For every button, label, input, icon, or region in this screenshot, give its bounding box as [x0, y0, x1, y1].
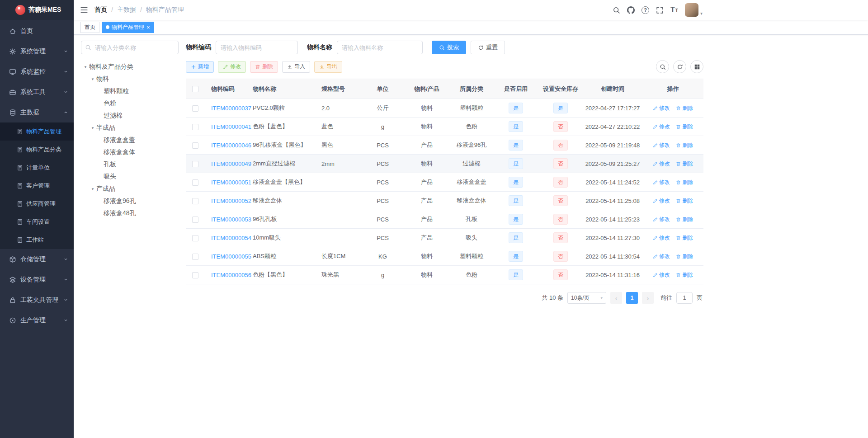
- column-header[interactable]: 物料编码: [205, 79, 252, 99]
- enabled-badge[interactable]: 是: [509, 158, 523, 169]
- sidebar-item-warehouse-mgmt[interactable]: 仓储管理: [0, 249, 74, 269]
- table-row[interactable]: ITEM00000046 96孔移液盒【黑色】 黑色 PCS 产品 移液盒96孔…: [186, 136, 703, 155]
- sidebar-item-material-product-category[interactable]: 物料产品分类: [0, 141, 74, 159]
- enabled-badge[interactable]: 是: [509, 177, 523, 188]
- enabled-badge[interactable]: 是: [509, 232, 523, 243]
- enabled-badge[interactable]: 是: [509, 214, 523, 225]
- table-row[interactable]: ITEM00000049 2mm直径过滤棉 2mm PCS 物料 过滤棉 是 否…: [186, 155, 703, 173]
- table-row[interactable]: ITEM00000055 ABS颗粒 长度1CM KG 物料 塑料颗粒 是 否 …: [186, 247, 703, 266]
- table-row[interactable]: ITEM00000056 色粉【黑色】 珠光黑 g 物料 色粉 是 否 2022…: [186, 266, 703, 284]
- prev-page-button[interactable]: ‹: [610, 292, 622, 304]
- row-checkbox[interactable]: [192, 272, 198, 278]
- sidebar-item-customer-mgmt[interactable]: 客户管理: [0, 177, 74, 195]
- page-size-select[interactable]: 10条/页 ▾: [567, 292, 606, 304]
- import-button[interactable]: 导入: [282, 61, 310, 73]
- row-delete-button[interactable]: 删除: [676, 253, 693, 260]
- table-row[interactable]: ITEM00000037 PVC2.0颗粒 2.0 公斤 物料 塑料颗粒 是 是…: [186, 99, 703, 118]
- category-search-input[interactable]: [81, 41, 179, 54]
- row-delete-button[interactable]: 删除: [676, 160, 693, 168]
- column-header[interactable]: 物料名称: [252, 79, 321, 99]
- next-page-button[interactable]: ›: [642, 292, 654, 304]
- row-edit-button[interactable]: 修改: [653, 179, 670, 186]
- add-button[interactable]: 新增: [186, 61, 214, 73]
- row-edit-button[interactable]: 修改: [653, 234, 670, 242]
- material-code-input[interactable]: [216, 41, 298, 54]
- row-checkbox[interactable]: [192, 254, 198, 260]
- table-row[interactable]: ITEM00000053 96孔孔板 PCS 产品 孔板 是 否 2022-05…: [186, 210, 703, 229]
- row-edit-button[interactable]: 修改: [653, 141, 670, 149]
- row-delete-button[interactable]: 删除: [676, 271, 693, 279]
- tree-leaf[interactable]: 吸头: [81, 170, 179, 183]
- safety-stock-badge[interactable]: 否: [553, 177, 568, 188]
- tree-leaf[interactable]: 移液盒96孔: [81, 195, 179, 207]
- column-header[interactable]: 设置安全库存: [538, 79, 583, 99]
- material-code-link[interactable]: ITEM00000046: [211, 142, 251, 149]
- material-code-link[interactable]: ITEM00000049: [211, 160, 251, 167]
- enabled-badge[interactable]: 是: [509, 103, 523, 113]
- tree-node[interactable]: ▾ 半成品: [81, 122, 179, 134]
- search-icon[interactable]: [613, 6, 620, 14]
- tab-material-product-mgmt[interactable]: 物料产品管理 ×: [102, 22, 154, 33]
- column-header[interactable]: 规格型号: [321, 79, 362, 99]
- enabled-badge[interactable]: 是: [509, 251, 523, 262]
- row-delete-button[interactable]: 删除: [676, 104, 693, 112]
- row-checkbox[interactable]: [192, 198, 198, 204]
- tab-home[interactable]: 首页: [80, 22, 99, 33]
- tree-leaf[interactable]: 过滤棉: [81, 109, 179, 122]
- tree-leaf[interactable]: 塑料颗粒: [81, 85, 179, 97]
- row-delete-button[interactable]: 删除: [676, 216, 693, 223]
- column-header[interactable]: 操作: [642, 79, 703, 99]
- table-row[interactable]: ITEM00000052 移液盒盒体 PCS 产品 移液盒盒体 是 否 2022…: [186, 192, 703, 210]
- row-delete-button[interactable]: 删除: [676, 197, 693, 205]
- material-code-link[interactable]: ITEM00000051: [211, 179, 251, 186]
- toggle-search-button[interactable]: [656, 60, 669, 73]
- goto-page-input[interactable]: [676, 292, 693, 304]
- safety-stock-badge[interactable]: 否: [553, 251, 568, 262]
- column-header[interactable]: 所属分类: [450, 79, 493, 99]
- row-edit-button[interactable]: 修改: [653, 104, 670, 112]
- material-code-link[interactable]: ITEM00000041: [211, 123, 251, 130]
- material-code-link[interactable]: ITEM00000053: [211, 216, 251, 223]
- row-edit-button[interactable]: 修改: [653, 197, 670, 205]
- sidebar-item-supplier-mgmt[interactable]: 供应商管理: [0, 195, 74, 213]
- row-checkbox[interactable]: [192, 105, 198, 112]
- enabled-badge[interactable]: 是: [509, 140, 523, 151]
- sidebar-toggle-icon[interactable]: [80, 6, 88, 14]
- row-delete-button[interactable]: 删除: [676, 179, 693, 186]
- enabled-badge[interactable]: 是: [509, 195, 523, 206]
- safety-stock-badge[interactable]: 是: [553, 103, 568, 113]
- material-code-link[interactable]: ITEM00000037: [211, 105, 251, 112]
- row-edit-button[interactable]: 修改: [653, 123, 670, 131]
- export-button[interactable]: 导出: [314, 61, 342, 73]
- sidebar-item-material-product-mgmt[interactable]: 物料产品管理: [0, 122, 74, 141]
- material-code-link[interactable]: ITEM00000054: [211, 235, 251, 241]
- tree-leaf[interactable]: 移液盒48孔: [81, 207, 179, 219]
- user-menu[interactable]: ▾: [685, 3, 703, 17]
- safety-stock-badge[interactable]: 否: [553, 195, 568, 206]
- column-header[interactable]: 创建时间: [583, 79, 642, 99]
- app-logo[interactable]: 苦糖果MES: [0, 0, 74, 20]
- refresh-button[interactable]: [673, 60, 686, 73]
- breadcrumb-master-data[interactable]: 主数据: [117, 6, 136, 14]
- reset-button[interactable]: 重置: [471, 41, 505, 54]
- tree-leaf[interactable]: 色粉: [81, 97, 179, 109]
- safety-stock-badge[interactable]: 否: [553, 232, 568, 243]
- safety-stock-badge[interactable]: 否: [553, 214, 568, 225]
- row-checkbox[interactable]: [192, 235, 198, 241]
- tree-leaf[interactable]: 移液盒盒盖: [81, 134, 179, 146]
- material-code-link[interactable]: ITEM00000052: [211, 198, 251, 204]
- column-header[interactable]: 物料/产品: [404, 79, 450, 99]
- github-icon[interactable]: [627, 6, 635, 14]
- tree-leaf[interactable]: 移液盒盒体: [81, 146, 179, 158]
- tree-node-root[interactable]: ▾ 物料及产品分类: [81, 61, 179, 73]
- font-size-icon[interactable]: TT: [670, 6, 678, 14]
- help-icon[interactable]: ?: [642, 6, 649, 14]
- sidebar-item-system-monitor[interactable]: 系统监控: [0, 61, 74, 82]
- sidebar-item-system-mgmt[interactable]: 系统管理: [0, 41, 74, 61]
- row-checkbox[interactable]: [192, 217, 198, 223]
- enabled-badge[interactable]: 是: [509, 269, 523, 280]
- sidebar-item-fixture-mgmt[interactable]: 工装夹具管理: [0, 290, 74, 310]
- enabled-badge[interactable]: 是: [509, 121, 523, 132]
- row-checkbox[interactable]: [192, 142, 198, 149]
- material-code-link[interactable]: ITEM00000056: [211, 272, 251, 278]
